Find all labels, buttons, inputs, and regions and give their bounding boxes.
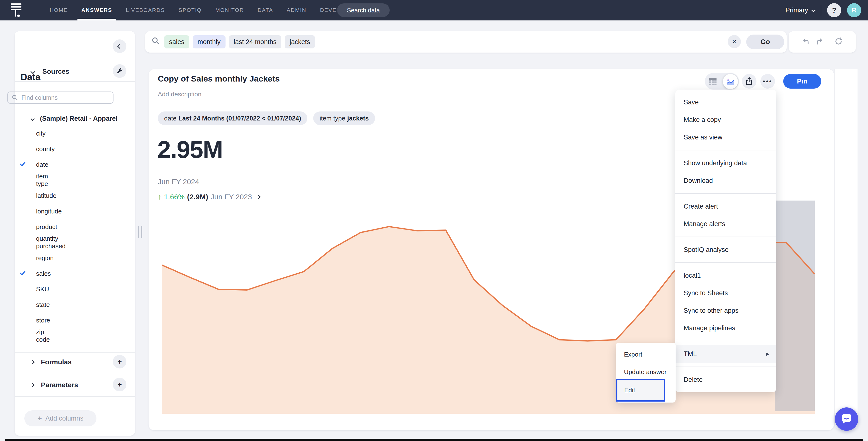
answer-description-placeholder[interactable]: Add description xyxy=(158,91,202,98)
menu-item-download[interactable]: Download xyxy=(675,172,776,189)
chart-config-strip xyxy=(834,69,858,429)
undo-icon[interactable] xyxy=(802,37,810,47)
reset-icon[interactable] xyxy=(834,37,843,47)
answer-title[interactable]: Copy of Sales monthly Jackets xyxy=(158,74,280,83)
chevron-down-icon[interactable] xyxy=(31,116,35,121)
column-state[interactable]: state xyxy=(36,301,50,309)
menu-item-spotiq-analyse[interactable]: SpotIQ analyse xyxy=(675,241,776,259)
nav-item-data[interactable]: DATA xyxy=(251,0,280,21)
add-columns-button[interactable]: + Add columns xyxy=(24,410,96,427)
column-product[interactable]: product xyxy=(36,223,57,231)
kpi-change[interactable]: ↑ 1.66% (2.9M) Jun FY 2023 xyxy=(158,193,260,201)
menu-item-manage-alerts[interactable]: Manage alerts xyxy=(675,215,776,233)
column-longitude[interactable]: longitude xyxy=(36,208,62,215)
column-region[interactable]: region xyxy=(36,254,54,262)
nav-item-home[interactable]: HOME xyxy=(43,0,74,21)
nav-item-monitor[interactable]: MONITOR xyxy=(209,0,251,21)
window-bottom-edge xyxy=(5,439,863,441)
menu-item-sync-to-sheets[interactable]: Sync to Sheets xyxy=(675,284,776,302)
query-token-monthly[interactable]: monthly xyxy=(193,35,225,48)
filter-value: Last 24 Months (01/07/2022 < 01/07/2024) xyxy=(179,115,301,122)
query-token-sales[interactable]: sales xyxy=(164,35,189,48)
more-options-button[interactable]: ••• xyxy=(761,74,775,89)
menu-divider xyxy=(675,193,776,194)
chat-bubble-icon xyxy=(841,413,852,425)
chevron-down-icon[interactable] xyxy=(30,69,35,74)
chevron-down-icon xyxy=(811,8,816,12)
menu-item-label: TML xyxy=(684,350,697,358)
menu-divider xyxy=(675,150,776,150)
nav-item-admin[interactable]: ADMIN xyxy=(280,0,313,21)
pin-button[interactable]: Pin xyxy=(783,74,821,89)
submenu-item-update-answer[interactable]: Update answer xyxy=(616,363,676,381)
menu-item-tml[interactable]: TML ▶ xyxy=(675,345,776,363)
collapse-panel-button[interactable] xyxy=(113,39,126,53)
add-formula-button[interactable]: + xyxy=(113,355,126,369)
column-county[interactable]: county xyxy=(36,145,55,153)
table-view-button[interactable] xyxy=(709,77,717,87)
column-quantity-purchased[interactable]: quantity purchased xyxy=(36,235,65,250)
chevron-right-icon[interactable] xyxy=(31,360,35,364)
column-sales[interactable]: sales xyxy=(36,270,51,277)
tml-submenu: Export Update answer Edit xyxy=(616,343,676,403)
source-name[interactable]: (Sample) Retail - Apparel xyxy=(40,115,118,123)
column-store[interactable]: store xyxy=(36,317,50,324)
menu-divider xyxy=(675,262,776,263)
find-columns-input[interactable] xyxy=(22,94,94,101)
search-icon xyxy=(152,37,160,47)
menu-divider xyxy=(675,341,776,341)
menu-item-manage-pipelines[interactable]: Manage pipelines xyxy=(675,319,776,337)
kpi-change-pct: 1.66% xyxy=(164,193,185,201)
filter-chip-date[interactable]: date Last 24 Months (01/07/2022 < 01/07/… xyxy=(158,111,307,125)
nav-item-spotiq[interactable]: SPOTIQ xyxy=(172,0,209,21)
edit-sources-button[interactable] xyxy=(113,64,126,78)
chat-widget-button[interactable] xyxy=(835,407,858,431)
column-city[interactable]: city xyxy=(36,130,45,137)
add-parameter-button[interactable]: + xyxy=(113,378,126,392)
search-icon xyxy=(12,95,18,101)
menu-item-sync-to-other-apps[interactable]: Sync to other apps xyxy=(675,302,776,319)
go-button[interactable]: Go xyxy=(746,35,784,49)
menu-item-save[interactable]: Save xyxy=(675,94,776,111)
submenu-item-edit[interactable]: Edit xyxy=(616,379,665,402)
find-columns-box[interactable] xyxy=(7,92,114,104)
svg-text:#: # xyxy=(727,77,730,81)
nav-divider xyxy=(821,5,821,15)
menu-item-create-alert[interactable]: Create alert xyxy=(675,198,776,215)
chevron-right-icon[interactable] xyxy=(31,383,35,387)
panel-resize-handle[interactable] xyxy=(138,226,144,240)
column-sku[interactable]: SKU xyxy=(36,285,49,293)
chart-icon: # xyxy=(726,77,735,86)
help-button[interactable]: ? xyxy=(827,3,841,17)
column-item-type[interactable]: item type xyxy=(36,173,48,188)
history-divider xyxy=(829,36,829,47)
check-icon xyxy=(20,160,26,169)
org-switcher[interactable]: Primary xyxy=(785,7,815,14)
redo-icon[interactable] xyxy=(815,37,824,47)
nav-item-answers[interactable]: ANSWERS xyxy=(74,0,119,21)
column-latitude[interactable]: latitude xyxy=(36,192,57,200)
wrench-icon xyxy=(116,68,123,74)
query-token-jackets[interactable]: jackets xyxy=(285,35,315,48)
submenu-item-export[interactable]: Export xyxy=(616,346,676,363)
column-date[interactable]: date xyxy=(36,161,49,168)
parameters-label: Parameters xyxy=(41,381,78,389)
clear-search-button[interactable]: × xyxy=(728,35,741,48)
search-data-button[interactable]: Search data xyxy=(337,3,390,17)
thoughtspot-logo-icon[interactable] xyxy=(10,2,22,18)
share-button[interactable] xyxy=(742,74,756,89)
share-icon xyxy=(745,77,753,86)
menu-item-delete[interactable]: Delete xyxy=(675,371,776,388)
avatar[interactable]: R xyxy=(847,3,861,17)
column-zip-code[interactable]: zip code xyxy=(36,328,50,343)
kpi-change-abs: (2.9M) xyxy=(187,193,208,201)
menu-item-local1[interactable]: local1 xyxy=(675,267,776,284)
nav-item-liveboards[interactable]: LIVEBOARDS xyxy=(119,0,172,21)
menu-item-make-a-copy[interactable]: Make a copy xyxy=(675,111,776,129)
query-token-last-24-months[interactable]: last 24 months xyxy=(229,35,282,48)
menu-item-show-underlying-data[interactable]: Show underlying data xyxy=(675,154,776,172)
filter-chip-item-type[interactable]: item type jackets xyxy=(313,111,375,125)
chart-view-button[interactable]: # xyxy=(723,74,738,89)
menu-item-save-as-view[interactable]: Save as view xyxy=(675,129,776,146)
query-search-bar[interactable]: sales monthly last 24 months jackets xyxy=(145,31,787,53)
